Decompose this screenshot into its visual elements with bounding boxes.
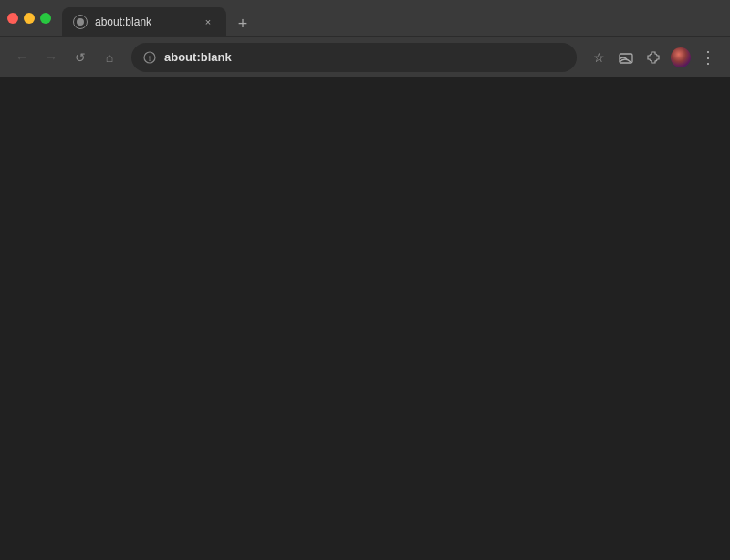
address-text: about:blank	[164, 50, 566, 64]
traffic-lights	[7, 13, 51, 24]
tab-title: about:blank	[95, 16, 193, 28]
maximize-button[interactable]	[40, 13, 51, 24]
bookmark-button[interactable]: ☆	[586, 45, 611, 70]
back-button[interactable]: ←	[9, 45, 35, 70]
puzzle-icon	[646, 50, 661, 65]
close-button[interactable]	[7, 13, 18, 24]
menu-icon: ⋮	[700, 49, 716, 66]
profile-button[interactable]	[668, 45, 694, 70]
forward-icon: →	[45, 50, 57, 65]
address-bar[interactable]: i about:blank	[131, 43, 577, 72]
extensions-button[interactable]	[641, 45, 666, 70]
cast-button[interactable]	[613, 45, 639, 70]
tab-bar: about:blank × +	[62, 0, 723, 36]
favicon-inner	[77, 18, 84, 26]
avatar-image	[671, 47, 691, 67]
minimize-button[interactable]	[24, 13, 35, 24]
nav-bar: ← → ↺ ⌂ i about:blank ☆	[0, 36, 730, 77]
reload-icon: ↺	[75, 50, 86, 65]
security-icon: i	[142, 50, 157, 65]
bookmark-icon: ☆	[593, 50, 605, 65]
forward-button[interactable]: →	[38, 45, 64, 70]
home-button[interactable]: ⌂	[97, 45, 122, 70]
cast-icon	[619, 50, 633, 65]
tab-favicon	[73, 15, 88, 29]
menu-button[interactable]: ⋮	[695, 45, 721, 70]
new-tab-button[interactable]: +	[230, 11, 256, 36]
home-icon: ⌂	[106, 50, 113, 65]
tab-close-button[interactable]: ×	[201, 15, 215, 29]
reload-button[interactable]: ↺	[68, 45, 93, 70]
back-icon: ←	[16, 50, 28, 65]
page-content	[0, 77, 730, 560]
active-tab[interactable]: about:blank ×	[62, 7, 226, 36]
svg-text:i: i	[149, 54, 151, 63]
profile-avatar	[671, 47, 691, 67]
title-bar: about:blank × +	[0, 0, 730, 36]
nav-actions: ☆ ⋮	[586, 45, 721, 70]
